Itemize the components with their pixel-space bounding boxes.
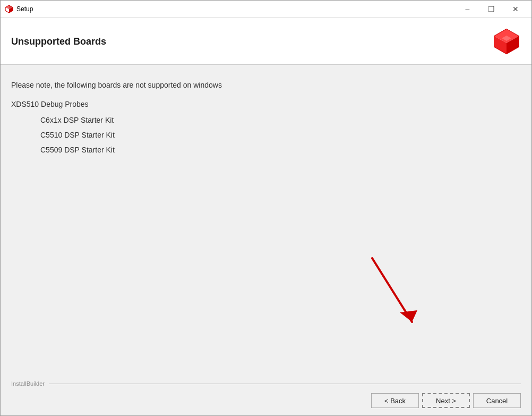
board-item-2: C5510 DSP Starter Kit (40, 131, 521, 139)
svg-marker-10 (400, 310, 417, 322)
next-button[interactable]: Next > (422, 393, 470, 408)
setup-window: Setup – ❐ ✕ Unsupported Boards Please no… (0, 0, 532, 416)
arrow-indicator (362, 253, 415, 327)
board-item-3: C5509 DSP Starter Kit (40, 146, 521, 154)
cancel-button[interactable]: Cancel (473, 393, 521, 408)
minimize-button[interactable]: – (456, 1, 479, 18)
window-title: Setup (16, 5, 456, 13)
category-label: XDS510 Debug Probes (11, 100, 521, 108)
back-button[interactable]: < Back (371, 393, 419, 408)
app-logo-icon (492, 27, 521, 56)
window-controls: – ❐ ✕ (456, 1, 527, 18)
notice-text: Please note, the following boards are no… (11, 81, 521, 89)
header-section: Unsupported Boards (1, 18, 531, 65)
content-area: Please note, the following boards are no… (1, 65, 531, 375)
footer-divider-row: InstallBuilder (11, 380, 521, 387)
page-title: Unsupported Boards (11, 36, 106, 47)
footer-divider-line (49, 384, 521, 384)
footer-section: InstallBuilder < Back Next > Cancel (1, 375, 531, 415)
close-button[interactable]: ✕ (503, 1, 527, 18)
svg-marker-3 (5, 5, 9, 9)
restore-button[interactable]: ❐ (479, 1, 503, 18)
title-bar-icon (5, 5, 13, 13)
footer-buttons: < Back Next > Cancel (11, 393, 521, 408)
footer-brand: InstallBuilder (11, 380, 45, 387)
board-item-1: C6x1x DSP Starter Kit (40, 116, 521, 124)
title-bar: Setup – ❐ ✕ (1, 1, 531, 18)
